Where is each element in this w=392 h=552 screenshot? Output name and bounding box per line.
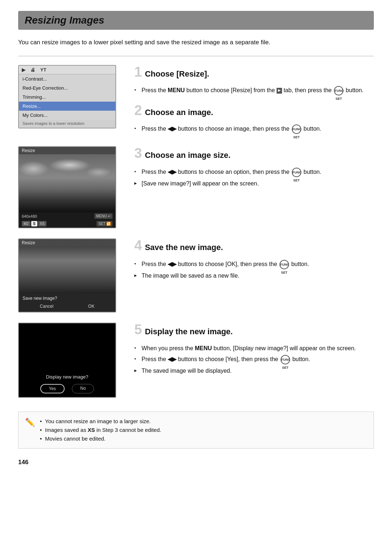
step-4-heading: Save the new image. xyxy=(145,243,223,252)
step-4-number: 4 xyxy=(134,238,142,252)
step-4-bullet-1: Press the ◀▶ buttons to choose [OK], the… xyxy=(134,260,374,269)
lr-arrows-4: ◀▶ xyxy=(168,261,176,267)
display-dialog-btns: Yes No xyxy=(23,384,112,393)
step-2-heading: Choose an image. xyxy=(145,108,213,117)
screen-2-col: Resize 640x480 MENU ↵ M2 S XS xyxy=(18,146,123,228)
step-row-1: ▶ 🖨 YT i-Contrast... Red-Eye Correction.… xyxy=(18,65,374,136)
size-s-btn: S xyxy=(31,221,37,226)
step-1-heading-wrap: 1 Choose [Resize]. xyxy=(134,65,374,82)
size-label: 640x480 xyxy=(22,214,37,218)
func-set-btn-2: FUNCSET xyxy=(292,124,301,134)
title-bar: Resizing Images xyxy=(18,11,374,30)
step-2-bullet-1: Press the ◀▶ buttons to choose an image,… xyxy=(134,124,374,134)
section-divider xyxy=(18,56,374,56)
page-wrapper: Resizing Images You can resize images to… xyxy=(0,0,392,552)
step-1-bullets: Press the MENU button to choose [Resize]… xyxy=(134,86,374,95)
size-buttons-group: M2 S XS xyxy=(22,221,46,226)
display-black-content xyxy=(19,323,115,371)
menu-item-trimming: Trimming... xyxy=(19,93,115,102)
notes-section: ✏️ You cannot resize an image to a large… xyxy=(18,412,374,449)
size-buttons-bar: M2 S XS SET 🔁 xyxy=(19,220,115,228)
screen-display-dialog: Display new image? Yes No xyxy=(18,323,116,398)
menu-item-resize: Resize... xyxy=(19,102,115,111)
step-3-bullet-1: Press the ◀▶ buttons to choose an option… xyxy=(134,168,374,177)
func-set-btn-4: FUNCSET xyxy=(279,260,289,269)
note-1: You cannot resize an image to a larger s… xyxy=(40,417,161,426)
lr-arrows-5: ◀▶ xyxy=(168,356,176,363)
step-row-3: Resize 640x480 MENU ↵ M2 S XS xyxy=(18,146,374,228)
bottom-bar-resize: 640x480 MENU ↵ xyxy=(19,212,115,220)
func-set-btn-3: FUNCSET xyxy=(292,168,301,177)
lr-arrows-2: ◀▶ xyxy=(168,126,176,132)
step-1-heading: Choose [Resize]. xyxy=(145,69,209,79)
save-dialog-btns: Cancel OK xyxy=(23,303,112,310)
step-3-col: 3 Choose an image size. Press the ◀▶ but… xyxy=(134,146,374,190)
step-5-bullets: When you press the MENU button, [Display… xyxy=(134,344,374,376)
save-label: Resize xyxy=(19,239,115,246)
step-row-4: Resize Save new image? Cancel OK 4 Save … xyxy=(18,238,374,312)
step-5-number: 5 xyxy=(134,323,142,336)
step-5-bullet-2: Press the ◀▶ buttons to choose [Yes], th… xyxy=(134,355,374,364)
step-4-heading-wrap: 4 Save the new image. xyxy=(134,238,374,256)
step-3-heading: Choose an image size. xyxy=(145,151,230,160)
step-3-arrow-1: [Save new image?] will appear on the scr… xyxy=(134,179,374,188)
display-dialog-box: Display new image? Yes No xyxy=(19,371,115,397)
steps-1-2-col: 1 Choose [Resize]. Press the MENU button… xyxy=(134,65,374,136)
play-tab-icon: ▶ xyxy=(22,67,25,73)
intro-text: You can resize images to a lower pixel s… xyxy=(18,38,374,47)
screen-save-dialog: Resize Save new image? Cancel OK xyxy=(18,238,116,312)
step-3-number: 3 xyxy=(134,146,142,160)
menu-text-1: MENU xyxy=(168,87,185,93)
screen-mockup-menu: ▶ 🖨 YT i-Contrast... Red-Eye Correction.… xyxy=(18,65,116,128)
menu-top-bar: ▶ 🖨 YT xyxy=(19,66,115,74)
lr-arrows-3: ◀▶ xyxy=(168,169,176,175)
page-number: 146 xyxy=(18,459,374,466)
step-1-bullet-1: Press the MENU button to choose [Resize]… xyxy=(134,86,374,95)
menu-text-5: MENU xyxy=(195,345,212,351)
step-5-heading: Display the new image. xyxy=(145,327,233,336)
settings-tab-icon: YT xyxy=(40,67,46,73)
step-4-arrow-1: The image will be saved as a new file. xyxy=(134,271,374,281)
func-set-btn-5: FUNCSET xyxy=(281,355,290,364)
menu-item-icontrast: i-Contrast... xyxy=(19,74,115,83)
screen-1-col: ▶ 🖨 YT i-Contrast... Red-Eye Correction.… xyxy=(18,65,123,128)
notes-list: You cannot resize an image to a larger s… xyxy=(40,417,161,443)
cancel-btn: Cancel xyxy=(33,303,61,310)
step-5-heading-wrap: 5 Display the new image. xyxy=(134,323,374,340)
size-m2-btn: M2 xyxy=(22,221,30,226)
save-image-bg xyxy=(19,246,115,294)
page-title: Resizing Images xyxy=(25,15,367,26)
set-btn: SET 🔁 xyxy=(97,221,113,226)
play-icon-1: ▶ xyxy=(277,88,282,94)
display-dialog-text: Display new image? xyxy=(23,374,112,380)
yes-btn: Yes xyxy=(40,384,65,393)
cloud-scene xyxy=(19,154,115,212)
menu-btn-icon: MENU ↵ xyxy=(94,213,113,219)
step-1: 1 Choose [Resize]. Press the MENU button… xyxy=(134,65,374,95)
note-2: Images saved as XS in Step 3 cannot be e… xyxy=(40,426,161,434)
menu-caption: Saves images to a lower resolution xyxy=(19,120,115,128)
step-5-bullet-1: When you press the MENU button, [Display… xyxy=(134,344,374,353)
screen-4-col: Display new image? Yes No xyxy=(18,323,123,398)
screen-image-resize: Resize 640x480 MENU ↵ M2 S XS xyxy=(18,146,116,228)
size-xs-btn: XS xyxy=(38,221,46,226)
note-3: Movies cannot be edited. xyxy=(40,434,161,443)
screen-3-col: Resize Save new image? Cancel OK xyxy=(18,238,123,312)
step-4-col: 4 Save the new image. Press the ◀▶ butto… xyxy=(134,238,374,282)
step-1-number: 1 xyxy=(134,65,142,79)
save-dialog-text: Save new image? xyxy=(23,296,112,301)
menu-item-redeye: Red-Eye Correction... xyxy=(19,83,115,93)
step-5-col: 5 Display the new image. When you press … xyxy=(134,323,374,378)
step-3-heading-wrap: 3 Choose an image size. xyxy=(134,146,374,164)
image-content-resize xyxy=(19,154,115,212)
no-btn: No xyxy=(72,384,94,393)
pencil-icon: ✏️ xyxy=(25,418,35,427)
step-2-number: 2 xyxy=(134,103,142,117)
func-set-btn-1: FUNCSET xyxy=(334,86,343,95)
ok-btn: OK xyxy=(81,303,102,310)
step-row-5: Display new image? Yes No 5 Display the … xyxy=(18,323,374,398)
step-2-heading-wrap: 2 Choose an image. xyxy=(134,103,374,121)
resize-label: Resize xyxy=(19,147,115,154)
step-3-bullets: Press the ◀▶ buttons to choose an option… xyxy=(134,168,374,188)
save-dialog-box: Save new image? Cancel OK xyxy=(19,294,115,312)
